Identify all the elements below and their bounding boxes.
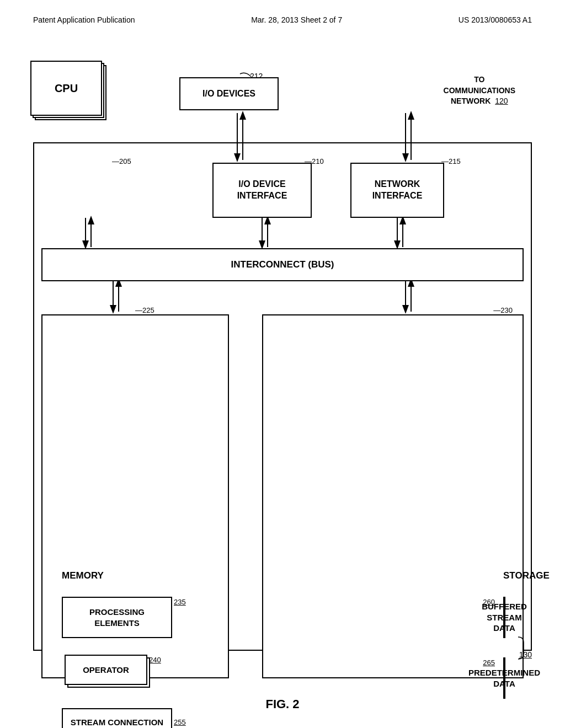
storage-label: STORAGE bbox=[503, 570, 550, 581]
header: Patent Application Publication Mar. 28, … bbox=[0, 0, 565, 24]
storage-box: STORAGE BUFFERED STREAM DATA 260 PREDETE… bbox=[262, 314, 524, 678]
io-devices-label: I/O DEVICES bbox=[202, 89, 255, 99]
ref-260: 260 bbox=[483, 598, 495, 606]
ref-255: 255 bbox=[174, 718, 186, 726]
io-device-interface-box: I/O DEVICE INTERFACE bbox=[212, 163, 312, 218]
ref-240: 240 bbox=[149, 656, 161, 664]
bus-label: INTERCONNECT (BUS) bbox=[231, 259, 334, 270]
ref-120-label: 120 bbox=[495, 97, 508, 105]
ref-130: 130 bbox=[519, 650, 532, 659]
ref-225: —225 bbox=[135, 306, 154, 314]
header-center: Mar. 28, 2013 Sheet 2 of 7 bbox=[251, 15, 342, 24]
ref-265: 265 bbox=[483, 659, 495, 667]
cpu-box: CPU bbox=[30, 61, 102, 116]
page: Patent Application Publication Mar. 28, … bbox=[0, 0, 565, 728]
buffered-stream-box: BUFFERED STREAM DATA bbox=[503, 597, 505, 638]
processing-elements-box: PROCESSING ELEMENTS bbox=[62, 597, 172, 638]
ref-215: —215 bbox=[441, 157, 461, 165]
ref-205: —205 bbox=[112, 157, 131, 165]
ref-230: —230 bbox=[493, 306, 513, 314]
fig-label: FIG. 2 bbox=[0, 697, 565, 711]
io-devices-box: I/O DEVICES bbox=[179, 77, 279, 110]
memory-label: MEMORY bbox=[62, 570, 104, 581]
header-left: Patent Application Publication bbox=[33, 15, 135, 24]
diagram-container: 212 I/O DEVICES TOCOMMUNICATIONSNETWORK … bbox=[30, 61, 535, 695]
to-comms-label: TOCOMMUNICATIONSNETWORK 120 bbox=[444, 74, 515, 107]
bus-box: INTERCONNECT (BUS) 220 bbox=[41, 248, 524, 281]
network-interface-box: NETWORK INTERFACE bbox=[350, 163, 444, 218]
memory-box: MEMORY PROCESSING ELEMENTS 235 OPERATOR … bbox=[41, 314, 229, 678]
header-right: US 2013/0080653 A1 bbox=[459, 15, 532, 24]
ref-235: 235 bbox=[174, 598, 186, 606]
operator-box: OPERATOR bbox=[65, 655, 147, 685]
predetermined-box: PREDETERMINED DATA bbox=[503, 657, 505, 699]
